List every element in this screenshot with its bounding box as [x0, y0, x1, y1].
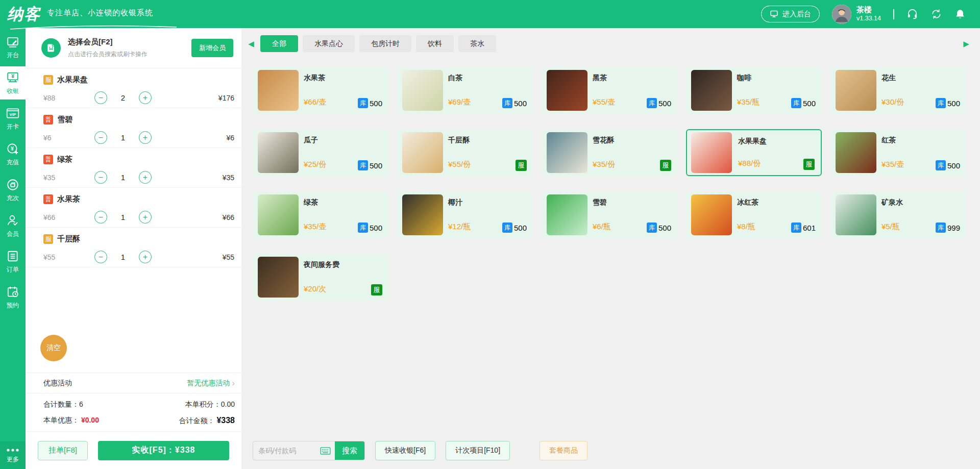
member-card-icon: [41, 38, 61, 58]
user-block[interactable]: 茶楼 v1.33.14: [832, 5, 881, 24]
product-card[interactable]: 夜间服务费 ¥20/次 服: [253, 254, 388, 301]
product-card[interactable]: 雪碧 ¥6/瓶 库 500: [542, 191, 677, 238]
plus-button[interactable]: +: [139, 91, 152, 104]
category-tab[interactable]: 饮料: [416, 35, 454, 52]
product-price: ¥25/份: [304, 160, 326, 169]
plus-button[interactable]: +: [139, 131, 152, 144]
product-card[interactable]: 黑茶 ¥55/壶 库 500: [542, 67, 677, 114]
product-name: 千层酥: [448, 136, 470, 145]
service-badge: 服: [803, 159, 815, 170]
sidebar-item-label: 预约: [7, 301, 19, 310]
sidebar-item-open-table[interactable]: 开台: [0, 31, 26, 64]
product-card[interactable]: 瓜子 ¥25/份 库 500: [253, 129, 388, 176]
product-name: 水果茶: [304, 73, 325, 83]
category-tab[interactable]: 全部: [260, 35, 298, 52]
stock-badge: 库: [936, 160, 946, 170]
stock-info: 库 500: [647, 223, 671, 233]
select-member-area[interactable]: 选择会员[F2] 点击进行会员搜索或刷卡操作 新增会员: [26, 28, 241, 68]
count-item-button[interactable]: 计次项目[F10]: [446, 441, 510, 460]
minus-button[interactable]: −: [94, 211, 107, 224]
order-summary: 合计数量：6 本单积分：0.00 本单优惠： ¥0.00 合计金额： ¥338: [26, 393, 241, 431]
enter-backend-button[interactable]: 进入后台: [761, 6, 820, 22]
hold-order-button[interactable]: 挂单[F8]: [38, 441, 88, 460]
headset-icon[interactable]: [906, 8, 918, 20]
sidebar-more-section: 更多: [0, 441, 26, 469]
product-image: [402, 194, 443, 235]
product-card[interactable]: 椰汁 ¥12/瓶 库 500: [397, 191, 533, 238]
plus-button[interactable]: +: [139, 171, 152, 184]
product-card[interactable]: 水果茶 ¥66/壶 库 500: [253, 67, 388, 114]
cart-row: 普 绿茶 ¥35 − 1 + ¥35: [26, 148, 241, 188]
product-card[interactable]: 红茶 ¥35/壶 库 500: [830, 129, 966, 176]
sidebar-item-member[interactable]: 会员: [0, 209, 26, 242]
keyboard-icon[interactable]: [320, 447, 335, 455]
product-card[interactable]: 矿泉水 ¥5/瓶 库 999: [830, 191, 966, 238]
order-discount: 本单优惠： ¥0.00: [43, 416, 99, 426]
add-member-button[interactable]: 新增会员: [191, 39, 233, 57]
tabs-scroll-left-icon[interactable]: ◀: [247, 39, 256, 48]
stock-badge: 库: [358, 160, 368, 170]
search-button[interactable]: 搜索: [335, 441, 364, 460]
stock-badge: 库: [502, 98, 512, 108]
category-tab[interactable]: 茶水: [458, 35, 496, 52]
sidebar-item-cashier[interactable]: ¥ 收银: [0, 66, 26, 100]
sidebar-item-recharge-times[interactable]: 充次: [0, 174, 26, 207]
promo-row: 优惠活动 暂无优惠活动 ›: [26, 373, 241, 393]
promo-link[interactable]: 暂无优惠活动 ›: [187, 378, 235, 388]
product-card[interactable]: 花生 ¥30/份 库 500: [830, 67, 966, 114]
cart-item-amount: ¥66: [223, 213, 234, 221]
stock-count: 500: [370, 224, 382, 232]
cart-item-name: 水果茶: [57, 194, 80, 204]
category-tab[interactable]: 水果点心: [303, 35, 355, 52]
plus-button[interactable]: +: [139, 211, 152, 224]
tabs-scroll-right-icon[interactable]: ▶: [962, 39, 971, 48]
product-card[interactable]: 绿茶 ¥35/壶 库 500: [253, 191, 388, 238]
minus-button[interactable]: −: [94, 131, 107, 144]
minus-button[interactable]: −: [94, 171, 107, 184]
orders-icon: [6, 250, 19, 263]
product-card[interactable]: 白茶 ¥69/壶 库 500: [397, 67, 533, 114]
sidebar-item-orders[interactable]: 订单: [0, 245, 26, 278]
minus-button[interactable]: −: [94, 91, 107, 104]
product-image: [547, 194, 587, 235]
combo-product-button[interactable]: 套餐商品: [540, 441, 587, 460]
product-card[interactable]: 冰红茶 ¥8/瓶 库 601: [686, 191, 822, 238]
product-name: 咖啡: [737, 73, 751, 83]
cart-item-type-badge: 普: [43, 155, 53, 164]
product-card[interactable]: 雪花酥 ¥35/份 服: [542, 129, 677, 176]
product-card[interactable]: 水果果盘 ¥88/份 服: [686, 129, 822, 176]
clear-cart-button[interactable]: 清空: [40, 335, 67, 361]
sync-icon[interactable]: [930, 8, 942, 20]
product-card[interactable]: 千层酥 ¥55/份 服: [397, 129, 533, 176]
sidebar-item-label: 更多: [7, 455, 19, 464]
stock-count: 601: [803, 224, 816, 232]
plus-button[interactable]: +: [139, 251, 152, 263]
sidebar-item-vip-card[interactable]: VIP 开卡: [0, 102, 26, 135]
barcode-input[interactable]: [253, 441, 320, 460]
vip-icon-text: VIP: [10, 112, 17, 117]
sidebar-item-more[interactable]: 更多: [0, 441, 26, 469]
cart-item-amount: ¥35: [223, 174, 234, 182]
checkout-button[interactable]: 实收[F5]：¥338: [98, 441, 229, 460]
recharge-icon: ¥: [6, 142, 19, 156]
stock-info: 库 999: [936, 223, 960, 233]
sidebar-item-reservation[interactable]: 预约: [0, 281, 26, 314]
stock-badge: 库: [791, 223, 801, 233]
cart-item-qty: 1: [107, 253, 139, 261]
product-name: 黑茶: [593, 73, 607, 83]
product-card[interactable]: 咖啡 ¥35/瓶 库 500: [686, 67, 822, 114]
avatar: [832, 5, 851, 24]
quick-cashier-button[interactable]: 快速收银[F6]: [375, 441, 435, 460]
order-total: 合计金额： ¥338: [179, 416, 235, 426]
category-tab[interactable]: 包房计时: [359, 35, 411, 52]
minus-button[interactable]: −: [94, 251, 107, 263]
stock-count: 500: [370, 99, 382, 108]
product-name: 雪碧: [593, 198, 607, 207]
product-price: ¥35/瓶: [737, 97, 760, 107]
sidebar-item-recharge[interactable]: ¥ 充值: [0, 138, 26, 171]
stock-info: 库 500: [936, 98, 960, 108]
more-dots-icon: [6, 448, 19, 453]
product-name: 夜间服务费: [304, 260, 339, 269]
product-image: [691, 70, 732, 111]
bell-icon[interactable]: [954, 9, 966, 20]
